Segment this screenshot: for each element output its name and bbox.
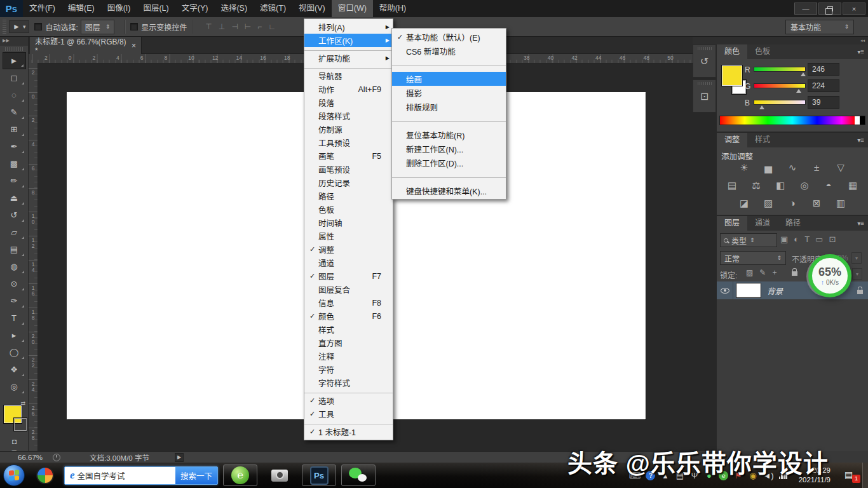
channel-value-field[interactable]: 246 bbox=[808, 63, 839, 76]
color-lookup-icon[interactable]: ▦ bbox=[846, 180, 860, 193]
menubar-item[interactable]: 图像(I) bbox=[101, 0, 137, 17]
quick-selection-tool[interactable]: ✎ bbox=[3, 104, 26, 121]
filter-adjustment-layers-icon[interactable]: ◐ bbox=[794, 234, 799, 244]
menu-item[interactable]: ✓ 画笔预设 ▶ bbox=[304, 163, 393, 176]
history-panel-button[interactable]: ↺ bbox=[693, 44, 716, 78]
background-color-swatch[interactable] bbox=[14, 418, 27, 431]
panel-tab[interactable]: 颜色 bbox=[717, 44, 747, 59]
search-button[interactable]: 搜索一下 bbox=[175, 467, 217, 484]
color-balance-icon[interactable]: ⚖ bbox=[750, 180, 763, 193]
menubar-item[interactable]: 图层(L) bbox=[137, 0, 175, 17]
menubar-item[interactable]: 文件(F) bbox=[23, 0, 62, 17]
gradient-tool[interactable]: ▤ bbox=[3, 241, 26, 258]
menu-item[interactable]: ✓ CS6 新增功能 bbox=[392, 44, 506, 58]
menu-item[interactable]: ✓ 调整 ▶ bbox=[304, 243, 393, 256]
document-tab-close-icon[interactable]: × bbox=[132, 41, 136, 50]
path-selection-tool[interactable]: ▸ bbox=[3, 327, 26, 344]
brightness-contrast-icon[interactable]: ☀ bbox=[738, 162, 751, 175]
menubar-item[interactable]: 帮助(H) bbox=[373, 0, 412, 17]
menu-item[interactable]: ✓ ▶ bbox=[304, 421, 393, 425]
menubar-item[interactable]: 视图(V) bbox=[292, 0, 332, 17]
menu-item[interactable]: ✓ 直方图 ▶ bbox=[304, 336, 393, 349]
align-icon[interactable]: ⊢ bbox=[245, 22, 251, 31]
close-button[interactable]: × bbox=[843, 3, 865, 15]
panel-tab[interactable]: 色板 bbox=[747, 44, 778, 59]
menu-item[interactable]: ✓ 选项 ▶ bbox=[304, 394, 393, 407]
threshold-icon[interactable]: ◑ bbox=[786, 198, 799, 210]
foreground-color-swatch[interactable] bbox=[722, 65, 742, 86]
photo-filter-icon[interactable]: ◎ bbox=[798, 180, 811, 193]
tool-preset-picker[interactable]: ► ▾ bbox=[9, 20, 29, 33]
eyedropper-tool[interactable]: ✒ bbox=[3, 138, 26, 155]
slider-thumb[interactable] bbox=[759, 105, 764, 109]
lasso-tool[interactable]: ◌ bbox=[3, 86, 26, 104]
menu-item[interactable]: ✓ 扩展功能 ▶ bbox=[304, 51, 393, 65]
menubar-item[interactable]: 滤镜(T) bbox=[254, 0, 292, 17]
menu-item[interactable]: ✓ 基本功能（默认）(E) bbox=[392, 30, 506, 44]
pen-tool[interactable]: ✑ bbox=[3, 292, 26, 309]
menu-item[interactable]: ✓ 1 未标题-1 ▶ bbox=[304, 425, 393, 438]
layer-filter-dropdown[interactable]: 类型 ⇕ bbox=[720, 233, 777, 247]
menu-item[interactable]: ✓ 排列(A) ▶ bbox=[304, 20, 393, 34]
start-button[interactable] bbox=[3, 464, 25, 486]
channel-mixer-icon[interactable]: ◓ bbox=[822, 180, 836, 193]
menu-item[interactable]: ✓ 导航器 ▶ bbox=[304, 69, 393, 83]
menu-item[interactable]: ✓ 字符 ▶ bbox=[304, 363, 393, 376]
menu-item[interactable]: ✓ 段落 ▶ bbox=[304, 96, 393, 109]
properties-panel-button[interactable]: ⊡ bbox=[693, 79, 716, 112]
panel-menu-icon[interactable]: ▾≡ bbox=[853, 44, 868, 59]
menu-item[interactable]: ✓ 摄影 bbox=[392, 86, 506, 100]
gradient-map-icon[interactable]: ▥ bbox=[834, 198, 848, 210]
auto-select-checkbox[interactable] bbox=[34, 23, 42, 30]
menu-item[interactable]: ✓ 键盘快捷键和菜单(K)... bbox=[392, 184, 506, 198]
menu-item[interactable]: ✓ 颜色 F6 ▶ bbox=[304, 309, 393, 323]
status-options-arrow[interactable]: ▶ bbox=[175, 453, 184, 462]
slider-thumb[interactable] bbox=[801, 72, 806, 76]
curves-icon[interactable]: ∿ bbox=[786, 162, 799, 175]
menubar-item[interactable]: 选择(S) bbox=[214, 0, 254, 17]
hue-saturation-icon[interactable]: ▤ bbox=[726, 180, 739, 193]
panel-tab[interactable]: 路径 bbox=[778, 216, 808, 231]
toolbar-collapse-button[interactable]: ▶▶ bbox=[0, 37, 28, 46]
menu-item[interactable]: ✓ 时间轴 ▶ bbox=[304, 216, 393, 229]
panel-tab[interactable]: 样式 bbox=[747, 133, 778, 147]
align-icon[interactable]: ⊥ bbox=[219, 22, 225, 31]
eraser-tool[interactable]: ▱ bbox=[3, 224, 26, 241]
panel-menu-icon[interactable]: ▾≡ bbox=[853, 216, 868, 231]
layer-thumbnail[interactable] bbox=[736, 283, 761, 297]
panel-menu-icon[interactable]: ▾≡ bbox=[853, 133, 868, 147]
show-desktop-button[interactable] bbox=[862, 463, 868, 488]
levels-icon[interactable]: ▅ bbox=[762, 162, 775, 175]
panel-tab[interactable]: 调整 bbox=[717, 133, 747, 147]
panel-tab[interactable]: 通道 bbox=[747, 216, 778, 231]
menubar-item[interactable]: 编辑(E) bbox=[62, 0, 101, 17]
taskbar-wechat-button[interactable] bbox=[341, 464, 376, 486]
slider-thumb[interactable] bbox=[796, 89, 801, 93]
menu-item[interactable]: ✓ 排版规则 bbox=[392, 100, 506, 114]
align-icon[interactable]: ⊣ bbox=[231, 22, 238, 31]
menu-item[interactable]: ✓ 图层复合 ▶ bbox=[304, 283, 393, 296]
marquee-tool[interactable]: ◻ bbox=[3, 69, 26, 86]
menu-item[interactable]: ✓ 画笔 F5 ▶ bbox=[304, 149, 393, 163]
color-spectrum-bar[interactable] bbox=[719, 116, 865, 125]
selective-color-icon[interactable]: ⊠ bbox=[810, 198, 824, 210]
menu-item[interactable]: ✓ 样式 ▶ bbox=[304, 323, 393, 336]
align-icon[interactable]: ⊤ bbox=[205, 22, 212, 31]
taskbar-search-box[interactable]: e 全国自学考试 搜索一下 bbox=[64, 466, 218, 485]
type-tool[interactable]: T bbox=[3, 309, 26, 327]
dock-collapse-bar[interactable]: ◂◂ bbox=[693, 37, 868, 44]
filter-shape-layers-icon[interactable]: ▭ bbox=[815, 234, 823, 244]
visibility-toggle[interactable] bbox=[717, 281, 733, 299]
auto-select-dropdown[interactable]: 图层 ⇕ bbox=[81, 20, 115, 34]
lock-pixels-icon[interactable]: ✎ bbox=[759, 268, 766, 277]
history-brush-tool[interactable]: ↺ bbox=[3, 207, 26, 224]
menu-item[interactable]: ✓ 仿制源 ▶ bbox=[304, 123, 393, 136]
move-tool[interactable]: ► bbox=[3, 52, 26, 69]
hand-tool[interactable]: ❖ bbox=[3, 361, 26, 378]
notification-icon[interactable]: ▤1 bbox=[844, 470, 856, 481]
channel-slider[interactable] bbox=[754, 67, 806, 72]
taskbar-photoshop-button[interactable]: Ps bbox=[302, 464, 336, 486]
menu-item[interactable]: ✓ bbox=[392, 170, 506, 184]
align-icon[interactable]: ⌐ bbox=[257, 22, 262, 31]
restore-button[interactable] bbox=[818, 3, 841, 15]
